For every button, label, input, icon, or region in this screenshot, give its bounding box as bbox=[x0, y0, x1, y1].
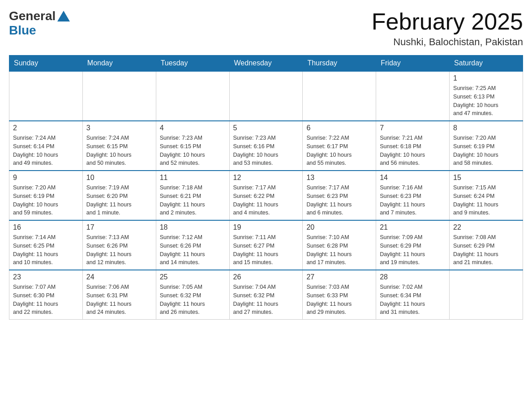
logo: General Blue bbox=[9, 9, 70, 38]
day-info: Sunrise: 7:23 AMSunset: 6:15 PMDaylight:… bbox=[160, 134, 226, 167]
calendar-cell: 23Sunrise: 7:07 AMSunset: 6:30 PMDayligh… bbox=[9, 270, 83, 320]
calendar-cell bbox=[376, 71, 450, 121]
calendar-week-row: 1Sunrise: 7:25 AMSunset: 6:13 PMDaylight… bbox=[9, 71, 523, 121]
day-number: 26 bbox=[233, 273, 299, 281]
day-info: Sunrise: 7:25 AMSunset: 6:13 PMDaylight:… bbox=[453, 84, 519, 118]
calendar-cell: 18Sunrise: 7:12 AMSunset: 6:26 PMDayligh… bbox=[156, 220, 229, 270]
calendar-cell: 24Sunrise: 7:06 AMSunset: 6:31 PMDayligh… bbox=[82, 270, 156, 320]
calendar-week-row: 9Sunrise: 7:20 AMSunset: 6:19 PMDaylight… bbox=[9, 171, 523, 220]
day-info: Sunrise: 7:16 AMSunset: 6:23 PMDaylight:… bbox=[380, 184, 446, 217]
day-number: 18 bbox=[160, 223, 226, 231]
day-info: Sunrise: 7:10 AMSunset: 6:28 PMDaylight:… bbox=[306, 233, 372, 267]
day-info: Sunrise: 7:23 AMSunset: 6:16 PMDaylight:… bbox=[233, 134, 299, 167]
calendar-cell: 11Sunrise: 7:18 AMSunset: 6:21 PMDayligh… bbox=[156, 171, 229, 220]
day-number: 7 bbox=[380, 124, 446, 132]
calendar-week-row: 2Sunrise: 7:24 AMSunset: 6:14 PMDaylight… bbox=[9, 121, 523, 171]
day-number: 14 bbox=[380, 174, 446, 182]
calendar-cell: 25Sunrise: 7:05 AMSunset: 6:32 PMDayligh… bbox=[156, 270, 229, 320]
day-number: 5 bbox=[233, 124, 299, 132]
calendar-week-row: 16Sunrise: 7:14 AMSunset: 6:25 PMDayligh… bbox=[9, 220, 523, 270]
day-info: Sunrise: 7:18 AMSunset: 6:21 PMDaylight:… bbox=[160, 184, 226, 217]
calendar-cell: 15Sunrise: 7:15 AMSunset: 6:24 PMDayligh… bbox=[450, 171, 523, 220]
logo-general-text: General bbox=[9, 9, 70, 23]
calendar-header: SundayMondayTuesdayWednesdayThursdayFrid… bbox=[9, 56, 523, 72]
calendar-cell: 20Sunrise: 7:10 AMSunset: 6:28 PMDayligh… bbox=[303, 220, 376, 270]
day-info: Sunrise: 7:24 AMSunset: 6:14 PMDaylight:… bbox=[13, 134, 79, 167]
day-number: 11 bbox=[160, 174, 226, 182]
day-number: 1 bbox=[453, 74, 519, 82]
day-info: Sunrise: 7:19 AMSunset: 6:20 PMDaylight:… bbox=[86, 184, 152, 217]
day-info: Sunrise: 7:13 AMSunset: 6:26 PMDaylight:… bbox=[86, 233, 152, 267]
day-number: 23 bbox=[13, 273, 79, 281]
calendar-cell: 1Sunrise: 7:25 AMSunset: 6:13 PMDaylight… bbox=[450, 71, 523, 121]
calendar-cell: 5Sunrise: 7:23 AMSunset: 6:16 PMDaylight… bbox=[229, 121, 303, 171]
weekday-header-tuesday: Tuesday bbox=[156, 56, 229, 72]
calendar-cell bbox=[303, 71, 376, 121]
location-title: Nushki, Balochistan, Pakistan bbox=[372, 36, 523, 48]
day-info: Sunrise: 7:20 AMSunset: 6:19 PMDaylight:… bbox=[13, 184, 79, 217]
day-number: 2 bbox=[13, 124, 79, 132]
weekday-header-monday: Monday bbox=[82, 56, 156, 72]
day-number: 19 bbox=[233, 223, 299, 231]
day-number: 25 bbox=[160, 273, 226, 281]
calendar-cell: 16Sunrise: 7:14 AMSunset: 6:25 PMDayligh… bbox=[9, 220, 83, 270]
calendar-week-row: 23Sunrise: 7:07 AMSunset: 6:30 PMDayligh… bbox=[9, 270, 523, 320]
calendar-cell bbox=[9, 71, 83, 121]
weekday-header-sunday: Sunday bbox=[9, 56, 83, 72]
calendar-cell: 26Sunrise: 7:04 AMSunset: 6:32 PMDayligh… bbox=[229, 270, 303, 320]
day-info: Sunrise: 7:08 AMSunset: 6:29 PMDaylight:… bbox=[453, 233, 519, 267]
calendar-body: 1Sunrise: 7:25 AMSunset: 6:13 PMDaylight… bbox=[9, 71, 523, 320]
calendar-cell: 4Sunrise: 7:23 AMSunset: 6:15 PMDaylight… bbox=[156, 121, 229, 171]
day-number: 6 bbox=[306, 124, 372, 132]
calendar-cell bbox=[156, 71, 229, 121]
calendar-table: SundayMondayTuesdayWednesdayThursdayFrid… bbox=[9, 55, 523, 320]
day-number: 4 bbox=[160, 124, 226, 132]
day-info: Sunrise: 7:17 AMSunset: 6:22 PMDaylight:… bbox=[233, 184, 299, 217]
weekday-header-row: SundayMondayTuesdayWednesdayThursdayFrid… bbox=[9, 56, 523, 72]
day-number: 13 bbox=[306, 174, 372, 182]
calendar-cell: 9Sunrise: 7:20 AMSunset: 6:19 PMDaylight… bbox=[9, 171, 83, 220]
day-number: 10 bbox=[86, 174, 152, 182]
weekday-header-saturday: Saturday bbox=[450, 56, 523, 72]
calendar-cell bbox=[229, 71, 303, 121]
day-info: Sunrise: 7:05 AMSunset: 6:32 PMDaylight:… bbox=[160, 283, 226, 317]
day-info: Sunrise: 7:12 AMSunset: 6:26 PMDaylight:… bbox=[160, 233, 226, 267]
day-info: Sunrise: 7:24 AMSunset: 6:15 PMDaylight:… bbox=[86, 134, 152, 167]
calendar-cell bbox=[450, 270, 523, 320]
calendar-cell: 27Sunrise: 7:03 AMSunset: 6:33 PMDayligh… bbox=[303, 270, 376, 320]
calendar-cell: 14Sunrise: 7:16 AMSunset: 6:23 PMDayligh… bbox=[376, 171, 450, 220]
day-info: Sunrise: 7:17 AMSunset: 6:23 PMDaylight:… bbox=[306, 184, 372, 217]
calendar-cell: 28Sunrise: 7:02 AMSunset: 6:34 PMDayligh… bbox=[376, 270, 450, 320]
weekday-header-friday: Friday bbox=[376, 56, 450, 72]
day-number: 24 bbox=[86, 273, 152, 281]
day-number: 20 bbox=[306, 223, 372, 231]
calendar-cell: 22Sunrise: 7:08 AMSunset: 6:29 PMDayligh… bbox=[450, 220, 523, 270]
day-info: Sunrise: 7:15 AMSunset: 6:24 PMDaylight:… bbox=[453, 184, 519, 217]
calendar-cell: 2Sunrise: 7:24 AMSunset: 6:14 PMDaylight… bbox=[9, 121, 83, 171]
logo-triangle-icon bbox=[57, 11, 70, 21]
day-info: Sunrise: 7:02 AMSunset: 6:34 PMDaylight:… bbox=[380, 283, 446, 317]
calendar-cell: 7Sunrise: 7:21 AMSunset: 6:18 PMDaylight… bbox=[376, 121, 450, 171]
day-info: Sunrise: 7:06 AMSunset: 6:31 PMDaylight:… bbox=[86, 283, 152, 317]
title-block: February 2025 Nushki, Balochistan, Pakis… bbox=[372, 9, 523, 48]
calendar-cell: 3Sunrise: 7:24 AMSunset: 6:15 PMDaylight… bbox=[82, 121, 156, 171]
day-info: Sunrise: 7:21 AMSunset: 6:18 PMDaylight:… bbox=[380, 134, 446, 167]
weekday-header-wednesday: Wednesday bbox=[229, 56, 303, 72]
day-info: Sunrise: 7:09 AMSunset: 6:29 PMDaylight:… bbox=[380, 233, 446, 267]
calendar-cell: 12Sunrise: 7:17 AMSunset: 6:22 PMDayligh… bbox=[229, 171, 303, 220]
day-info: Sunrise: 7:11 AMSunset: 6:27 PMDaylight:… bbox=[233, 233, 299, 267]
day-info: Sunrise: 7:03 AMSunset: 6:33 PMDaylight:… bbox=[306, 283, 372, 317]
calendar-cell bbox=[82, 71, 156, 121]
calendar-cell: 13Sunrise: 7:17 AMSunset: 6:23 PMDayligh… bbox=[303, 171, 376, 220]
day-number: 9 bbox=[13, 174, 79, 182]
calendar-cell: 17Sunrise: 7:13 AMSunset: 6:26 PMDayligh… bbox=[82, 220, 156, 270]
day-number: 8 bbox=[453, 124, 519, 132]
day-number: 16 bbox=[13, 223, 79, 231]
day-number: 21 bbox=[380, 223, 446, 231]
logo-blue-text: Blue bbox=[9, 23, 36, 38]
page-header: General Blue February 2025 Nushki, Baloc… bbox=[9, 9, 523, 48]
calendar-cell: 21Sunrise: 7:09 AMSunset: 6:29 PMDayligh… bbox=[376, 220, 450, 270]
day-number: 28 bbox=[380, 273, 446, 281]
calendar-cell: 8Sunrise: 7:20 AMSunset: 6:19 PMDaylight… bbox=[450, 121, 523, 171]
day-info: Sunrise: 7:20 AMSunset: 6:19 PMDaylight:… bbox=[453, 134, 519, 167]
